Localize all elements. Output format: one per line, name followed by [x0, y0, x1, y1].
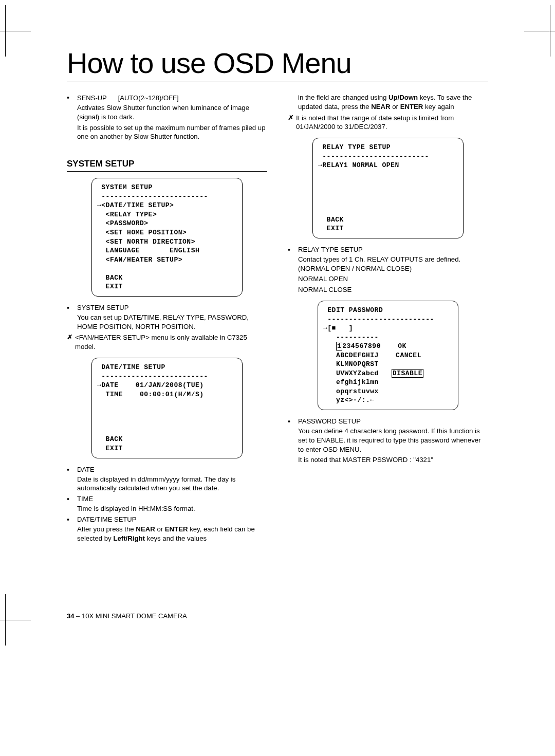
- osd-system-setup-menu: SYSTEM SETUP ------------------------- →…: [91, 178, 243, 297]
- time-label: TIME: [77, 495, 267, 503]
- bullet-icon: [67, 466, 77, 493]
- sensup-label: SENS-UP: [77, 94, 107, 102]
- dt-b: or: [155, 525, 165, 533]
- dt-d: keys and the values: [145, 534, 207, 542]
- selected-char: 1: [336, 342, 342, 351]
- system-setup-heading: SYSTEM SETUP: [67, 159, 267, 172]
- datetime-setup-desc: After you press the NEAR or ENTER key, e…: [77, 525, 267, 543]
- osd4-r1a: [323, 342, 336, 350]
- osd4-r2: ABCDEFGHIJ CANCEL: [323, 352, 421, 359]
- date-label: DATE: [77, 466, 267, 473]
- datetime-setup-label: DATE/TIME SETUP: [77, 515, 267, 523]
- cursor-block-icon: ■: [332, 324, 336, 332]
- password-desc2: It is noted that MASTER PSSWORD : "4321": [298, 455, 488, 465]
- system-setup-desc: You can set up DATE/TIME, RELAY TYPE, PA…: [77, 313, 267, 331]
- relay-desc: Contact types of 1 Ch. RELAY OUTPUTS are…: [298, 255, 488, 273]
- time-item: TIME Time is displayed in HH:MM:SS forma…: [67, 495, 267, 513]
- page-title: How to use OSD Menu: [67, 46, 488, 82]
- cont-c: or: [391, 103, 400, 110]
- osd4-ok: OK: [381, 342, 406, 350]
- enter-key: ENTER: [400, 103, 423, 110]
- fan-heater-note-text: <FAN/HEATER SETUP> menu is only availabl…: [75, 333, 267, 352]
- bullet-icon: [67, 304, 77, 331]
- password-setup-item: PASSWORD SETUP You can define 4 characte…: [288, 417, 488, 465]
- sensup-item: SENS-UP [AUTO(2~128)/OFF] Activates Slow…: [67, 94, 267, 141]
- osd4-div2: ----------: [323, 334, 379, 341]
- sensup-desc2: It is possible to set up the maximum num…: [77, 123, 267, 142]
- sensup-desc1: Activates Slow Shutter function when lum…: [77, 103, 267, 122]
- bullet-icon: [67, 495, 77, 513]
- note-icon: ✗: [67, 334, 75, 341]
- datetime-setup-item: DATE/TIME SETUP After you press the NEAR…: [67, 515, 267, 543]
- osd4-r7: yz<>-/:.←: [323, 396, 375, 404]
- osd4-input-prefix: →[: [323, 324, 332, 332]
- bullet-icon: [67, 94, 77, 141]
- osd-relay-type-setup: RELAY TYPE SETUP -----------------------…: [312, 138, 464, 238]
- osd4-r4a: UVWXYZabcd: [323, 370, 392, 377]
- crop-mark: [0, 602, 31, 653]
- footer-sep: –: [74, 612, 81, 620]
- cont-d: key again: [423, 103, 454, 110]
- osd4-input-mid: ]: [336, 324, 353, 332]
- crop-mark: [0, 13, 31, 64]
- right-column: in the field are changed using Up/Down k…: [288, 91, 488, 543]
- footer-text: 10X MINI SMART DOME CAMERA: [82, 612, 187, 620]
- time-desc: Time is displayed in HH:MM:SS format.: [77, 504, 267, 513]
- relay-opt1: NORMAL OPEN: [298, 274, 488, 284]
- near-key: NEAR: [136, 525, 155, 533]
- relay-opt2: NORMAL CLOSE: [298, 285, 488, 294]
- osd4-r6: opqrstuvwx: [323, 388, 379, 395]
- password-desc1: You can define 4 characters long passwor…: [298, 427, 488, 454]
- crop-mark: [524, 13, 555, 64]
- dt-a: After you press the: [77, 525, 136, 533]
- osd4-div: -------------------------: [323, 316, 434, 323]
- date-item: DATE Date is displayed in dd/mmm/yyyy fo…: [67, 466, 267, 493]
- bullet-icon: [67, 515, 77, 543]
- bullet-icon: [288, 246, 298, 294]
- password-label: PASSWORD SETUP: [298, 417, 488, 425]
- cont-a: in the field are changed using: [298, 94, 388, 101]
- near-key: NEAR: [371, 103, 390, 110]
- disable-highlight: DISABLE: [392, 369, 423, 378]
- system-setup-label: SYSTEM SETUP: [77, 304, 267, 311]
- left-column: SENS-UP [AUTO(2~128)/OFF] Activates Slow…: [67, 91, 267, 543]
- date-desc: Date is displayed in dd/mmm/yyyy format.…: [77, 475, 267, 493]
- date-range-note-text: It is noted that the range of date setup…: [296, 114, 488, 132]
- page-footer: 34 – 10X MINI SMART DOME CAMERA: [67, 612, 187, 620]
- system-setup-item: SYSTEM SETUP You can set up DATE/TIME, R…: [67, 304, 267, 331]
- note-icon: ✗: [288, 114, 296, 121]
- osd-date-time-setup: DATE/TIME SETUP ------------------------…: [91, 358, 243, 458]
- page: How to use OSD Menu SENS-UP [AUTO(2~128)…: [0, 0, 555, 756]
- fan-heater-note: ✗ <FAN/HEATER SETUP> menu is only availa…: [67, 333, 267, 352]
- osd4-r1c: 234567890: [342, 342, 381, 350]
- osd4-r3: KLMNOPQRST: [323, 360, 379, 368]
- page-number: 34: [67, 612, 74, 620]
- relay-label: RELAY TYPE SETUP: [298, 246, 488, 253]
- enter-key: ENTER: [165, 525, 188, 533]
- updown-keys: Up/Down: [388, 94, 418, 101]
- osd4-r5: efghijklmn: [323, 378, 379, 386]
- relay-type-item: RELAY TYPE SETUP Contact types of 1 Ch. …: [288, 246, 488, 294]
- osd-edit-password: EDIT PASSWORD ------------------------- …: [318, 301, 458, 410]
- sensup-option: [AUTO(2~128)/OFF]: [118, 94, 179, 102]
- osd4-title: EDIT PASSWORD: [323, 306, 383, 314]
- bullet-icon: [288, 417, 298, 465]
- leftright-keys: Left/Right: [113, 534, 145, 542]
- columns: SENS-UP [AUTO(2~128)/OFF] Activates Slow…: [67, 91, 488, 543]
- date-range-note: ✗ It is noted that the range of date set…: [288, 114, 488, 132]
- datetime-setup-continued: in the field are changed using Up/Down k…: [298, 93, 488, 112]
